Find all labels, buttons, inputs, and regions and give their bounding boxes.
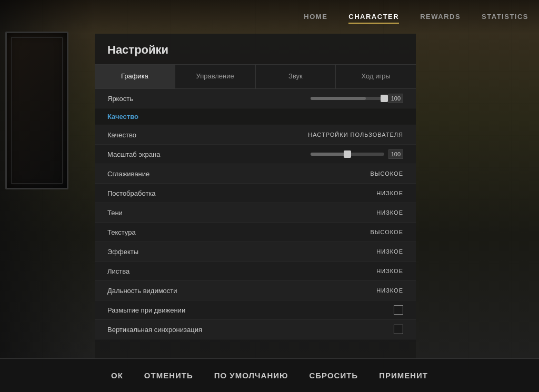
scale-row: Масштаб экрана 100 [95,145,416,164]
nav-character[interactable]: CHARACTER [348,11,399,24]
effects-label: Эффекты [107,248,376,256]
motionblur-label: Размытие при движении [107,306,394,314]
tab-controls[interactable]: Управление [175,65,256,88]
scale-slider-container[interactable]: 100 [311,149,403,159]
scale-value: 100 [388,149,403,159]
cancel-button[interactable]: ОТМЕНИТЬ [140,369,197,382]
scale-thumb[interactable] [344,150,351,158]
brightness-track[interactable] [311,97,384,100]
shadows-label: Тени [107,209,376,217]
brightness-fill [311,97,366,100]
vsync-label: Вертикальная синхронизация [107,326,394,334]
foliage-value[interactable]: НИЗКОЕ [376,268,403,274]
postprocess-row: Постобработка НИЗКОЕ [95,184,416,203]
nav-rewards[interactable]: REWARDS [420,11,461,24]
viewdist-row: Дальность видимости НИЗКОЕ [95,281,416,300]
motionblur-row: Размытие при движении [95,300,416,320]
quality-section-header: Качество [95,108,416,125]
effects-row: Эффекты НИЗКОЕ [95,242,416,262]
brightness-value: 100 [388,94,403,103]
tab-gameplay[interactable]: Ход игры [336,65,416,88]
scale-label: Масштаб экрана [107,150,311,158]
vsync-checkbox-container[interactable] [394,325,403,334]
panel-title: Настройки [95,34,416,65]
nav-home[interactable]: HOME [304,11,327,24]
vsync-checkbox[interactable] [394,325,403,334]
scale-track[interactable] [311,153,384,156]
scale-fill [311,153,347,156]
postprocess-value[interactable]: НИЗКОЕ [376,190,403,196]
shadows-value[interactable]: НИЗКОЕ [376,209,403,216]
viewdist-value[interactable]: НИЗКОЕ [376,287,403,294]
brightness-slider-container[interactable]: 100 [311,94,403,103]
apply-button[interactable]: ПРИМЕНИТ [375,369,432,382]
default-button[interactable]: ПО УМОЛЧАНИЮ [210,369,293,382]
viewdist-label: Дальность видимости [107,287,376,295]
nav-statistics[interactable]: STATISTICS [482,11,528,24]
vsync-row: Вертикальная синхронизация [95,320,416,339]
settings-scroll[interactable]: Яркость 100 Качество Качество НАСТРОЙКИ … [95,89,416,358]
action-bar: ОК ОТМЕНИТЬ ПО УМОЛЧАНИЮ СБРОСИТЬ ПРИМЕН… [0,358,539,392]
antialiasing-label: Сглаживание [107,170,370,178]
antialiasing-value[interactable]: ВЫСОКОЕ [370,170,403,177]
quality-value: НАСТРОЙКИ ПОЛЬЗОВАТЕЛЯ [308,132,403,138]
postprocess-label: Постобработка [107,189,376,197]
brightness-row: Яркость 100 [95,89,416,108]
brightness-thumb[interactable] [381,95,388,102]
motionblur-checkbox-container[interactable] [394,305,403,315]
quality-row: Качество НАСТРОЙКИ ПОЛЬЗОВАТЕЛЯ [95,125,416,145]
effects-value[interactable]: НИЗКОЕ [376,248,403,255]
texture-value[interactable]: ВЫСОКОЕ [370,229,403,235]
foliage-label: Листва [107,267,376,275]
settings-content: Яркость 100 Качество Качество НАСТРОЙКИ … [95,89,416,358]
tabs-bar: Графика Управление Звук Ход игры [95,65,416,89]
motionblur-checkbox[interactable] [394,305,403,315]
antialiasing-row: Сглаживание ВЫСОКОЕ [95,164,416,184]
ok-button[interactable]: ОК [107,369,127,382]
nav-items: HOME CHARACTER REWARDS STATISTICS [304,11,528,24]
top-nav: HOME CHARACTER REWARDS STATISTICS [0,0,539,34]
quality-label: Качество [107,131,308,139]
left-area [0,0,95,358]
settings-panel: Настройки Графика Управление Звук Ход иг… [95,34,416,358]
texture-row: Текстура ВЫСОКОЕ [95,223,416,242]
tab-sound[interactable]: Звук [256,65,336,88]
tab-graphics[interactable]: Графика [95,65,175,88]
foliage-row: Листва НИЗКОЕ [95,262,416,281]
brightness-label: Яркость [107,95,311,103]
door-decoration [5,32,68,189]
reset-button[interactable]: СБРОСИТЬ [305,369,362,382]
texture-label: Текстура [107,228,370,236]
shadows-row: Тени НИЗКОЕ [95,203,416,223]
